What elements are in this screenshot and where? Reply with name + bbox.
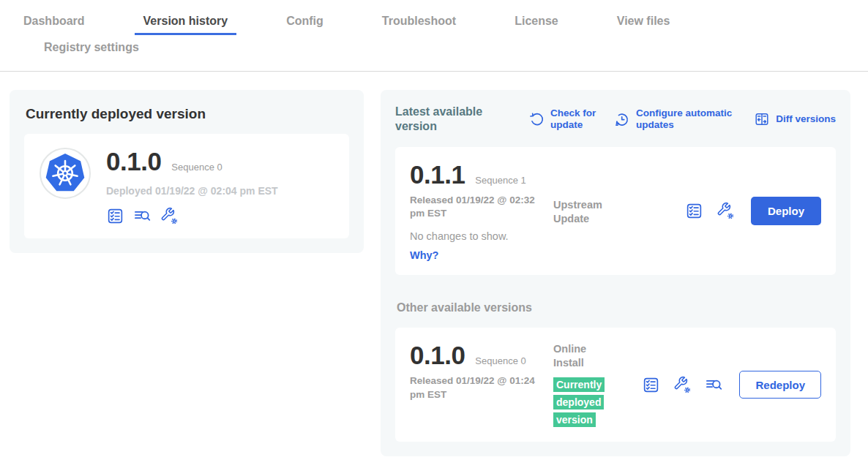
check-for-update-link[interactable]: Check for update (528, 107, 607, 131)
deployed-sequence-label: Sequence 0 (171, 162, 222, 173)
deployed-version-info: 0.1.0 Sequence 0 Deployed 01/19/22 @ 02:… (106, 147, 278, 225)
refresh-icon (528, 111, 545, 127)
edit-config-icon[interactable] (673, 376, 692, 394)
other-source-label: Online Install (553, 342, 615, 370)
tab-config[interactable]: Config (277, 10, 332, 35)
deploy-button[interactable]: Deploy (751, 197, 821, 225)
other-actions-column: Redeploy (635, 341, 821, 429)
other-versions-title: Other available versions (397, 301, 836, 314)
currently-deployed-panel: Currently deployed version 0.1.0 Sequenc… (10, 90, 364, 253)
view-logs-icon[interactable] (705, 376, 723, 394)
edit-config-icon[interactable] (717, 202, 735, 220)
tab-view-files[interactable]: View files (608, 10, 679, 35)
top-nav: Dashboard Version history Config Trouble… (0, 0, 868, 72)
tab-troubleshoot[interactable]: Troubleshoot (373, 10, 465, 35)
diff-versions-link[interactable]: Diff versions (754, 111, 836, 127)
latest-version-number: 0.1.1 (410, 160, 465, 189)
latest-source-column: Upstream Update (553, 160, 635, 262)
other-released-timestamp: Released 01/19/22 @ 01:24 pm EST (410, 374, 536, 401)
redeploy-button[interactable]: Redeploy (739, 371, 821, 399)
latest-source-label: Upstream Update (553, 198, 615, 226)
schedule-icon (614, 111, 630, 127)
available-versions-panel: Latest available version Check for updat… (381, 90, 850, 456)
deployed-timestamp: Deployed 01/19/22 @ 02:04 pm EST (106, 185, 278, 197)
latest-available-header: Latest available version Check for updat… (395, 105, 836, 134)
latest-version-card: 0.1.1 Sequence 1 Released 01/19/22 @ 02:… (395, 147, 836, 275)
view-logs-icon[interactable] (133, 207, 151, 225)
latest-sequence-label: Sequence 1 (475, 175, 526, 186)
nav-row-2: Registry settings (0, 37, 868, 71)
preflight-checklist-icon[interactable] (642, 376, 660, 394)
deployed-version-number: 0.1.0 (106, 147, 161, 176)
currently-deployed-badge: Currently deployed version (553, 377, 605, 427)
latest-released-timestamp: Released 01/19/22 @ 02:32 pm EST (410, 194, 536, 220)
version-actions: Check for update Configure automatic upd… (528, 107, 836, 131)
currently-deployed-title: Currently deployed version (26, 106, 349, 122)
configure-automatic-updates-link[interactable]: Configure automatic updates (614, 107, 747, 131)
other-source-column: Online Install Currently deployed versio… (553, 341, 635, 429)
latest-version-info: 0.1.1 Sequence 1 Released 01/19/22 @ 02:… (410, 160, 553, 262)
currently-deployed-badge-wrap: Currently deployed version (553, 376, 619, 429)
why-link[interactable]: Why? (410, 249, 438, 261)
check-for-update-label: Check for update (550, 107, 607, 131)
preflight-checklist-icon[interactable] (106, 207, 124, 225)
main-content: Currently deployed version 0.1.0 Sequenc… (0, 72, 868, 456)
configure-automatic-updates-label: Configure automatic updates (636, 107, 747, 131)
latest-actions-column: Deploy (635, 160, 821, 262)
no-changes-text: No changes to show. (410, 230, 553, 242)
diff-icon (754, 111, 770, 127)
latest-available-title: Latest available version (395, 105, 504, 134)
tab-license[interactable]: License (506, 10, 567, 35)
other-version-number: 0.1.0 (410, 341, 465, 370)
nav-row-1: Dashboard Version history Config Trouble… (0, 10, 868, 35)
preflight-checklist-icon[interactable] (685, 202, 703, 220)
diff-versions-label: Diff versions (776, 113, 836, 125)
kubernetes-logo-icon (39, 147, 91, 200)
other-version-info: 0.1.0 Sequence 0 Released 01/19/22 @ 01:… (410, 341, 553, 429)
other-version-card: 0.1.0 Sequence 0 Released 01/19/22 @ 01:… (395, 328, 836, 442)
other-sequence-label: Sequence 0 (475, 355, 526, 367)
tab-dashboard[interactable]: Dashboard (15, 10, 94, 35)
tab-version-history[interactable]: Version history (135, 10, 237, 35)
deployed-version-card: 0.1.0 Sequence 0 Deployed 01/19/22 @ 02:… (24, 134, 349, 238)
edit-config-icon[interactable] (160, 207, 179, 225)
tab-registry-settings[interactable]: Registry settings (35, 37, 148, 61)
